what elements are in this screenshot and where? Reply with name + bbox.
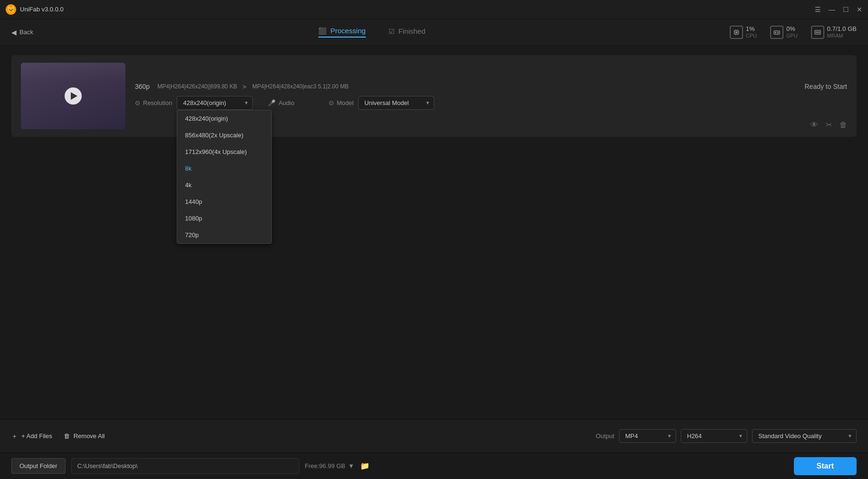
svg-rect-1 — [735, 31, 737, 33]
delete-icon[interactable]: 🗑 — [839, 121, 847, 129]
resolution-dropdown-menu: 428x240(origin) 856x480(2x Upscale) 1712… — [177, 110, 272, 244]
audio-label: 🎤 Audio — [268, 99, 294, 106]
model-dropdown[interactable]: Universal Model ▼ — [358, 96, 434, 110]
resolution-icon: ⊙ — [135, 99, 140, 106]
back-button[interactable]: ◀ Back — [11, 29, 33, 36]
start-button[interactable]: Start — [794, 457, 857, 475]
gpu-value: 0% — [786, 25, 798, 33]
mram-icon — [811, 26, 824, 39]
resolution-option-1440p[interactable]: 1440p — [177, 193, 271, 210]
cpu-value: 1% — [746, 25, 757, 33]
mram-label: MRAM — [827, 33, 857, 39]
output-label: Output — [596, 432, 614, 440]
browse-folder-icon[interactable]: 📁 — [360, 461, 370, 470]
model-selected: Universal Model — [364, 99, 409, 106]
file-status: Ready to Start — [805, 83, 848, 90]
source-info: MP4|H264|426x240||699.80 KB — [157, 83, 237, 90]
file-path-info: MP4|H264|426x240||699.80 KB ➤ MP4|H264|4… — [157, 83, 349, 90]
title-bar: 🐱 UniFab v3.0.0.0 ☰ — ☐ ✕ — [0, 0, 868, 19]
output-quality-value: Standard Video Quality — [758, 432, 821, 440]
maximize-button[interactable]: ☐ — [843, 6, 849, 13]
play-button[interactable] — [65, 87, 82, 105]
file-card: 360p MP4|H264|426x240||699.80 KB ➤ MP4|H… — [11, 55, 857, 137]
top-nav: ◀ Back ⬛ Processing ☑ Finished — [0, 19, 868, 46]
arrow-icon: ➤ — [242, 83, 248, 90]
svg-rect-10 — [774, 31, 780, 34]
tab-finished[interactable]: ☑ Finished — [389, 27, 426, 37]
file-info: 360p MP4|H264|426x240||699.80 KB ➤ MP4|H… — [135, 83, 847, 110]
output-format-value: MP4 — [625, 432, 638, 440]
model-icon: ⊙ — [329, 99, 334, 106]
remove-all-icon: 🗑 — [64, 432, 70, 440]
resolution-label: ⊙ Resolution — [135, 99, 172, 106]
bottom-left: ＋ + Add Files 🗑 Remove All — [11, 432, 105, 441]
close-button[interactable]: ✕ — [857, 6, 862, 13]
model-dropdown-button[interactable]: Universal Model ▼ — [358, 96, 434, 110]
output-quality-dropdown[interactable]: Standard Video Quality ▼ — [752, 429, 857, 443]
file-top-row: 360p MP4|H264|426x240||699.80 KB ➤ MP4|H… — [135, 83, 847, 90]
svg-rect-18 — [819, 31, 820, 33]
mram-value: 0.7/1.0 GB — [827, 25, 857, 33]
resolution-option-856[interactable]: 856x480(2x Upscale) — [177, 127, 271, 144]
resolution-option-4k[interactable]: 4k — [177, 177, 271, 193]
processing-tab-icon: ⬛ — [318, 27, 326, 35]
model-chevron-icon: ▼ — [425, 100, 430, 105]
window-controls: ☰ — ☐ ✕ — [815, 6, 862, 13]
back-chevron-icon: ◀ — [11, 29, 17, 36]
resolution-dropdown-button[interactable]: 428x240(origin) ▼ — [177, 96, 253, 110]
finished-tab-icon: ☑ — [389, 28, 395, 35]
resolution-selected: 428x240(origin) — [183, 99, 226, 106]
resolution-chevron-icon: ▼ — [244, 100, 249, 105]
resolution-option-origin[interactable]: 428x240(origin) — [177, 110, 271, 127]
remove-all-button[interactable]: 🗑 Remove All — [64, 432, 105, 440]
footer: Output Folder C:\Users\fab\Desktop\ Free… — [0, 452, 868, 479]
output-codec-dropdown[interactable]: H264 ▼ — [681, 429, 747, 443]
card-actions: 👁 ✂ 🗑 — [811, 120, 847, 129]
output-format-chevron: ▼ — [667, 433, 672, 439]
nav-tabs: ⬛ Processing ☑ Finished — [318, 27, 425, 38]
folder-path: C:\Users\fab\Desktop\ — [71, 458, 299, 474]
output-section: Output MP4 ▼ H264 ▼ Standard Video Quali… — [596, 429, 857, 443]
bottom-bar: ＋ + Add Files 🗑 Remove All Output MP4 ▼ … — [0, 419, 868, 452]
svg-rect-11 — [775, 32, 776, 33]
video-thumbnail — [21, 63, 125, 129]
resolution-option-1712[interactable]: 1712x960(4x Upscale) — [177, 144, 271, 160]
cpu-stat: 1% CPU — [730, 25, 757, 39]
file-resolution: 360p — [135, 83, 150, 90]
model-control: ⊙ Model Universal Model ▼ — [329, 96, 434, 110]
processing-tab-label: Processing — [330, 27, 365, 35]
resolution-option-1080p[interactable]: 1080p — [177, 210, 271, 227]
menu-icon[interactable]: ☰ — [815, 6, 821, 13]
output-folder-button[interactable]: Output Folder — [11, 458, 66, 474]
gpu-icon — [770, 26, 783, 39]
output-quality-chevron: ▼ — [848, 433, 852, 439]
mram-stat: 0.7/1.0 GB MRAM — [811, 25, 857, 39]
cut-icon[interactable]: ✂ — [826, 120, 832, 129]
svg-rect-16 — [816, 31, 817, 33]
app-icon: 🐱 — [6, 4, 16, 15]
back-label: Back — [19, 29, 33, 36]
add-files-icon: ＋ — [11, 432, 18, 441]
svg-rect-12 — [777, 32, 779, 33]
file-controls: ⊙ Resolution 428x240(origin) ▼ 428x240(o… — [135, 96, 847, 110]
resolution-option-720p[interactable]: 720p — [177, 227, 271, 243]
output-codec-chevron: ▼ — [738, 433, 743, 439]
resolution-option-8k[interactable]: 8k — [177, 160, 271, 177]
audio-icon: 🎤 — [268, 99, 276, 106]
free-space-value: Free:96.99 GB — [305, 462, 345, 469]
audio-control: 🎤 Audio — [268, 99, 294, 106]
svg-rect-17 — [817, 31, 818, 33]
tab-processing[interactable]: ⬛ Processing — [318, 27, 365, 38]
add-files-label: + Add Files — [21, 432, 52, 440]
remove-all-label: Remove All — [74, 432, 105, 440]
model-label: ⊙ Model — [329, 99, 353, 106]
add-files-button[interactable]: ＋ + Add Files — [11, 432, 52, 441]
output-format-dropdown[interactable]: MP4 ▼ — [619, 429, 676, 443]
main-content: 360p MP4|H264|426x240||699.80 KB ➤ MP4|H… — [0, 46, 868, 419]
target-info: MP4|H264|428x240|eac3 5.1|2.00 MB — [252, 83, 349, 90]
resolution-dropdown[interactable]: 428x240(origin) ▼ 428x240(origin) 856x48… — [177, 96, 253, 110]
minimize-button[interactable]: — — [829, 6, 835, 13]
gpu-label: GPU — [786, 33, 798, 39]
cpu-icon — [730, 26, 743, 39]
preview-icon[interactable]: 👁 — [811, 121, 818, 129]
